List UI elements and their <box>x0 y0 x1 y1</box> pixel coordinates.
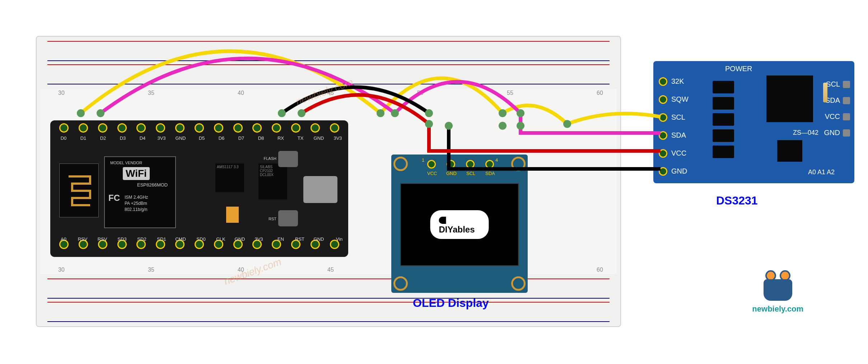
voltage-regulator: AMS1117 3.3 <box>215 163 244 192</box>
bb-col-35: 35 <box>148 90 154 96</box>
oled-pin-scl: SCL <box>466 171 475 176</box>
rtc-pin-gnd: GND <box>671 167 687 175</box>
diyables-logo: DIYables <box>430 210 489 239</box>
rtc-addr-label: A0 A1 A2 <box>808 169 835 176</box>
capacitor <box>226 207 239 223</box>
rtc-pin-sqw: SQW <box>671 95 689 103</box>
newbiely-logo: newbiely.com <box>752 268 803 314</box>
reset-button <box>278 210 298 226</box>
micro-usb-port <box>303 176 337 203</box>
rtc-eeprom-chip <box>777 140 802 162</box>
crystal <box>823 83 827 102</box>
esp-main-chip: MODEL VENDOR WiFi ESP8266MOD ISM 2.4GHz … <box>104 156 176 228</box>
esp8266-board: D0 D1 D2 D3 D4 3V3 GND D5 D6 D7 D8 RX TX… <box>50 120 348 257</box>
bb-col-55: 55 <box>507 90 513 96</box>
rtc-pin-scl: SCL <box>671 113 685 121</box>
bb-col-60: 60 <box>597 90 603 96</box>
rtc-main-chip <box>766 75 813 122</box>
usb-serial-chip: SILABS CP2102 DCL00X <box>258 163 287 199</box>
flash-button <box>278 151 298 167</box>
bb-col-50: 50 <box>417 90 424 96</box>
esp-antenna <box>59 163 99 217</box>
oled-pin-gnd: GND <box>446 171 457 176</box>
bb-col-40: 40 <box>238 90 244 96</box>
rtc-pin-32k: 32K <box>671 77 684 86</box>
ds3231-module: POWER 32K SQW SCL SDA VCC GND SCL SDA VC… <box>653 61 854 183</box>
esp-bottom-pins <box>59 240 339 254</box>
oled-display: 1 4 VCC GND SCL SDA DIYables <box>391 155 528 293</box>
oled-screen: DIYables <box>400 183 519 266</box>
oled-pins <box>427 160 494 169</box>
wiring-diagram: 30 35 40 45 50 55 60 30 35 40 45 50 55 6… <box>0 0 868 364</box>
rtc-power-label: POWER <box>725 65 752 73</box>
brand-name: newbiely.com <box>752 304 803 314</box>
rtc-model-label: ZS—042 <box>793 129 818 137</box>
rtc-pin-vcc: VCC <box>671 149 686 157</box>
oled-pin-sda: SDA <box>485 171 495 176</box>
oled-label: OLED Display <box>413 296 489 310</box>
bb-col-30: 30 <box>58 90 65 96</box>
oled-pin-vcc: VCC <box>427 171 437 176</box>
rtc-label: DS3231 <box>716 194 758 207</box>
owl-icon <box>762 268 794 301</box>
rtc-pin-sda: SDA <box>671 131 686 139</box>
wifi-icon: WiFi <box>123 167 150 180</box>
